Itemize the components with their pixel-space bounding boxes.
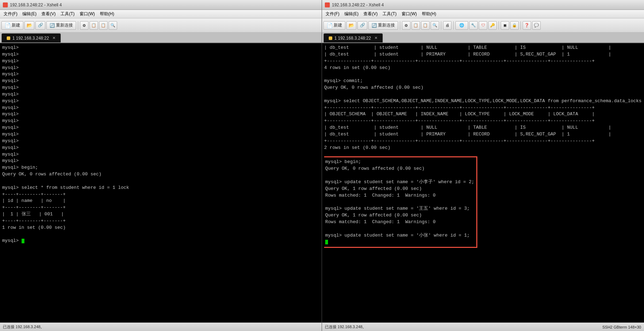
- right-toolbar-sep-5: [521, 21, 521, 30]
- right-btn-10[interactable]: ▦: [501, 21, 509, 30]
- left-menu-tools[interactable]: 工具(T): [58, 10, 76, 18]
- right-terminal[interactable]: | db_test | student | NULL | TABLE | IS …: [322, 43, 644, 323]
- right-btn-6[interactable]: 🌐: [455, 21, 468, 30]
- left-menu-help[interactable]: 帮助(H): [98, 10, 116, 18]
- right-copy-btn[interactable]: 📋: [412, 21, 420, 30]
- left-window-title: 192.168.3.248:22 - Xshell 4: [10, 2, 62, 7]
- left-menu-window[interactable]: 窗口(W): [77, 10, 97, 18]
- left-menu-file[interactable]: 文件(F): [1, 10, 19, 18]
- right-menu-view[interactable]: 查看(V): [361, 10, 380, 18]
- left-cursor: [22, 239, 24, 243]
- right-toolbar: 📄 新建 📂 🔗 🔄 重新连接 ⚙ 📋 📋 🔍 🖨 🌐 🔧 🛡 🔑 ▦ �: [322, 18, 644, 33]
- right-toolbar-sep-1: [400, 21, 400, 30]
- left-app-icon: [3, 2, 8, 7]
- right-toolbar-sep-3: [453, 21, 454, 30]
- app-container: 192.168.3.248:22 - Xshell 4 192.168.3.24…: [0, 0, 644, 331]
- right-menu-window[interactable]: 窗口(W): [399, 10, 419, 18]
- right-tab[interactable]: 1 192.168.3.248:22 ✕: [323, 33, 383, 42]
- new-label: 新建: [12, 22, 20, 28]
- right-link-button[interactable]: 🔗: [357, 21, 367, 30]
- right-btn-13[interactable]: 💬: [532, 21, 541, 30]
- right-tab-bar: 1 192.168.3.248:22 ✕: [322, 33, 644, 43]
- left-tab-label: 1 192.168.3.248:22: [12, 36, 49, 41]
- reconnect-icon: 🔄: [50, 23, 55, 28]
- right-toolbar-sep-2: [441, 21, 441, 30]
- right-btn-12[interactable]: ❓: [523, 21, 531, 30]
- right-toolbar-sep-4: [499, 21, 499, 30]
- left-menu-edit[interactable]: 编辑(E): [20, 10, 39, 18]
- right-folder-button[interactable]: 📂: [346, 21, 356, 30]
- left-new-button[interactable]: 📄 新建: [1, 21, 23, 30]
- right-settings-btn[interactable]: ⚙: [402, 21, 410, 30]
- left-folder-button[interactable]: 📂: [24, 21, 34, 30]
- right-btn-11[interactable]: 🔒: [510, 21, 519, 30]
- right-window-title: 192.168.3.248:22 - Xshell 4: [332, 2, 384, 7]
- left-terminal[interactable]: mysql> mysql> mysql> mysql> mysql> mysql…: [0, 43, 322, 323]
- right-tab-label: 1 192.168.3.248:22: [334, 36, 371, 41]
- right-reconnect-icon: 🔄: [372, 23, 377, 28]
- right-reconnect-button[interactable]: 🔄 重新连接: [368, 21, 398, 30]
- left-tab-close[interactable]: ✕: [52, 36, 56, 40]
- right-tab-dot: [329, 36, 332, 40]
- right-menu-file[interactable]: 文件(F): [323, 10, 341, 18]
- right-search-btn[interactable]: 🔍: [431, 21, 439, 30]
- right-title-bar: 192.168.3.248:22 - Xshell 4: [322, 0, 644, 10]
- right-status-right: SSH2 GBterm 148×30: [602, 325, 641, 329]
- left-terminal-content: mysql> mysql> mysql> mysql> mysql> mysql…: [2, 45, 320, 321]
- right-new-button[interactable]: 📄 新建: [323, 21, 345, 30]
- left-menu-view[interactable]: 查看(V): [39, 10, 58, 18]
- left-tab[interactable]: 1 192.168.3.248:22 ✕: [1, 33, 61, 42]
- left-title-bar: 192.168.3.248:22 - Xshell 4: [0, 0, 322, 10]
- left-menu-bar: 文件(F) 编辑(E) 查看(V) 工具(T) 窗口(W) 帮助(H): [0, 10, 322, 18]
- left-tab-bar: 1 192.168.3.248:22 ✕: [0, 33, 322, 43]
- left-status-bar: 已连接 192.168.3.248。: [0, 323, 322, 331]
- right-menu-tools[interactable]: 工具(T): [380, 10, 398, 18]
- right-reconnect-label: 重新连接: [378, 22, 395, 28]
- left-settings-btn[interactable]: ⚙: [80, 21, 88, 30]
- right-paste-btn[interactable]: 📋: [421, 21, 430, 30]
- left-copy-btn[interactable]: 📋: [90, 21, 98, 30]
- right-status-bar: 已连接 192.168.3.248。 SSH2 GBterm 148×30: [322, 323, 644, 331]
- left-reconnect-button[interactable]: 🔄 重新连接: [46, 21, 76, 30]
- right-new-label: 新建: [334, 22, 342, 28]
- reconnect-label: 重新连接: [56, 22, 73, 28]
- right-cursor: [325, 240, 328, 244]
- left-search-btn[interactable]: 🔍: [109, 21, 117, 30]
- right-status-text: 已连接 192.168.3.248。: [325, 324, 366, 330]
- right-app-icon: [325, 2, 330, 7]
- left-status-text: 已连接 192.168.3.248。: [3, 324, 44, 330]
- left-paste-btn[interactable]: 📋: [99, 21, 108, 30]
- right-new-icon: 📄: [327, 23, 333, 28]
- right-print-btn[interactable]: 🖨: [443, 21, 452, 30]
- right-terminal-content: | db_test | student | NULL | TABLE | IS …: [324, 45, 642, 321]
- right-btn-9[interactable]: 🔑: [488, 21, 497, 30]
- left-link-button[interactable]: 🔗: [35, 21, 45, 30]
- right-menu-edit[interactable]: 编辑(E): [342, 10, 361, 18]
- toolbar-sep-1: [78, 21, 78, 30]
- right-menu-bar: 文件(F) 编辑(E) 查看(V) 工具(T) 窗口(W) 帮助(H): [322, 10, 644, 18]
- left-tab-dot: [7, 36, 10, 40]
- right-btn-8[interactable]: 🛡: [479, 21, 487, 30]
- left-toolbar: 📄 新建 📂 🔗 🔄 重新连接 ⚙ 📋 📋 🔍: [0, 18, 322, 33]
- right-btn-7[interactable]: 🔧: [469, 21, 478, 30]
- right-menu-help[interactable]: 帮助(H): [420, 10, 438, 18]
- new-icon: 📄: [5, 23, 11, 28]
- right-tab-close[interactable]: ✕: [374, 36, 378, 40]
